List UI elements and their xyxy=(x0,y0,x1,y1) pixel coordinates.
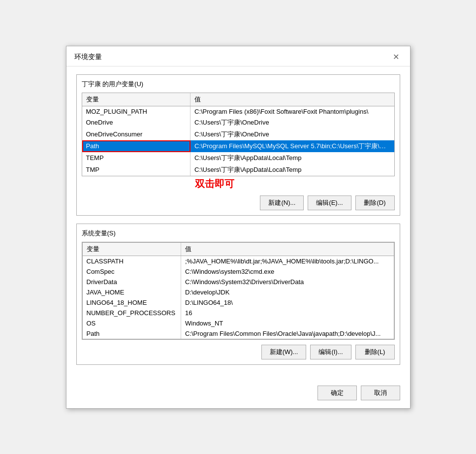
sys-section-title: 系统变量(S) xyxy=(82,229,395,238)
user-variables-section: 丁宇康 的用户变量(U) 变量 值 MOZ_PLUGIN_PATHC:\Prog… xyxy=(76,74,400,216)
close-button[interactable]: ✕ xyxy=(390,52,402,62)
user-row-val: C:\Program Files\MySQL\MySQL Server 5.7\… xyxy=(190,140,394,152)
title-bar: 环境变量 ✕ xyxy=(66,46,410,66)
sys-col-var: 变量 xyxy=(83,243,181,256)
sys-buttons-row: 新建(W)... 编辑(I)... 删除(L) xyxy=(82,345,395,359)
user-new-button[interactable]: 新建(N)... xyxy=(260,195,304,210)
sys-table-row[interactable]: CLASSPATH;%JAVA_HOME%\lib\dt.jar;%JAVA_H… xyxy=(83,256,394,266)
sys-col-val: 值 xyxy=(181,243,394,256)
sys-row-var: OS xyxy=(83,318,181,328)
sys-table-row[interactable]: PathC:\Program Files\Common Files\Oracle… xyxy=(83,328,394,339)
sys-variables-section: 系统变量(S) 变量 值 CLASSPATH;%JAVA_HOME%\lib\d… xyxy=(76,224,400,365)
sys-row-val: D:\LINGO64_18\ xyxy=(181,297,394,308)
sys-variables-table: 变量 值 CLASSPATH;%JAVA_HOME%\lib\dt.jar;%J… xyxy=(83,243,394,339)
user-table-wrapper: 变量 值 MOZ_PLUGIN_PATHC:\Program Files (x8… xyxy=(82,93,395,176)
user-table-row[interactable]: TMPC:\Users\丁宇康\AppData\Local\Temp xyxy=(82,164,394,176)
cancel-button[interactable]: 取消 xyxy=(361,386,400,400)
sys-row-var: DriverData xyxy=(83,277,181,287)
sys-row-val: Windows_NT xyxy=(181,318,394,328)
user-variables-table: 变量 值 MOZ_PLUGIN_PATHC:\Program Files (x8… xyxy=(82,93,394,176)
user-row-var: TMP xyxy=(82,164,190,176)
sys-row-var: NUMBER_OF_PROCESSORS xyxy=(83,308,181,318)
sys-table-header: 变量 值 xyxy=(83,243,394,256)
user-col-val: 值 xyxy=(190,93,394,106)
sys-edit-button[interactable]: 编辑(I)... xyxy=(310,345,351,359)
sys-table-row[interactable]: OSWindows_NT xyxy=(83,318,394,328)
sys-row-val: 16 xyxy=(181,308,394,318)
user-row-var: OneDrive xyxy=(82,117,190,129)
sys-table-row[interactable]: ComSpecC:\Windows\system32\cmd.exe xyxy=(83,266,394,277)
user-table-row[interactable]: OneDriveC:\Users\丁宇康\OneDrive xyxy=(82,117,394,129)
user-buttons-row: 新建(N)... 编辑(E)... 删除(D) xyxy=(82,195,395,210)
dialog-footer: 确定 取消 xyxy=(66,381,410,408)
sys-delete-button[interactable]: 删除(L) xyxy=(355,345,395,359)
path-annotation: 双击即可 xyxy=(195,177,395,191)
sys-table-row[interactable]: NUMBER_OF_PROCESSORS16 xyxy=(83,308,394,318)
user-table-row[interactable]: TEMPC:\Users\丁宇康\AppData\Local\Temp xyxy=(82,152,394,164)
sys-row-var: LINGO64_18_HOME xyxy=(83,297,181,308)
sys-table-row[interactable]: LINGO64_18_HOMED:\LINGO64_18\ xyxy=(83,297,394,308)
sys-table-wrapper: 变量 值 CLASSPATH;%JAVA_HOME%\lib\dt.jar;%J… xyxy=(82,242,395,340)
sys-row-var: CLASSPATH xyxy=(83,256,181,266)
dialog-body: 丁宇康 的用户变量(U) 变量 值 MOZ_PLUGIN_PATHC:\Prog… xyxy=(66,66,410,381)
user-table-row[interactable]: MOZ_PLUGIN_PATHC:\Program Files (x86)\Fo… xyxy=(82,106,394,117)
user-row-var: Path xyxy=(82,140,190,152)
sys-row-val: C:\Windows\system32\cmd.exe xyxy=(181,266,394,277)
user-row-val: C:\Users\丁宇康\OneDrive xyxy=(190,129,394,140)
user-row-var: TEMP xyxy=(82,152,190,164)
user-edit-button[interactable]: 编辑(E)... xyxy=(308,195,351,210)
user-table-row[interactable]: OneDriveConsumerC:\Users\丁宇康\OneDrive xyxy=(82,129,394,140)
user-row-val: C:\Users\丁宇康\AppData\Local\Temp xyxy=(190,152,394,164)
dialog-title: 环境变量 xyxy=(74,53,102,62)
user-col-var: 变量 xyxy=(82,93,190,106)
environment-variables-dialog: 环境变量 ✕ 丁宇康 的用户变量(U) 变量 值 MOZ_PLUGIN_PATH… xyxy=(66,46,411,409)
sys-row-val: ;%JAVA_HOME%\lib\dt.jar;%JAVA_HOME%\lib\… xyxy=(181,256,394,266)
user-row-var: MOZ_PLUGIN_PATH xyxy=(82,106,190,117)
user-row-val: C:\Program Files (x86)\Foxit Software\Fo… xyxy=(190,106,394,117)
sys-row-val: C:\Program Files\Common Files\Oracle\Jav… xyxy=(181,328,394,339)
user-delete-button[interactable]: 删除(D) xyxy=(355,195,395,210)
sys-row-val: C:\Windows\System32\Drivers\DriverData xyxy=(181,277,394,287)
sys-row-var: JAVA_HOME xyxy=(83,287,181,297)
sys-row-var: ComSpec xyxy=(83,266,181,277)
ok-button[interactable]: 确定 xyxy=(317,386,357,400)
user-section-title: 丁宇康 的用户变量(U) xyxy=(82,80,395,89)
user-row-var: OneDriveConsumer xyxy=(82,129,190,140)
sys-row-var: Path xyxy=(83,328,181,339)
sys-row-val: D:\develop\JDK xyxy=(181,287,394,297)
user-table-row[interactable]: PathC:\Program Files\MySQL\MySQL Server … xyxy=(82,140,394,152)
user-row-val: C:\Users\丁宇康\AppData\Local\Temp xyxy=(190,164,394,176)
sys-table-scroll[interactable]: 变量 值 CLASSPATH;%JAVA_HOME%\lib\dt.jar;%J… xyxy=(82,242,394,339)
sys-table-row[interactable]: JAVA_HOMED:\develop\JDK xyxy=(83,287,394,297)
sys-new-button[interactable]: 新建(W)... xyxy=(261,345,307,359)
sys-table-row[interactable]: DriverDataC:\Windows\System32\Drivers\Dr… xyxy=(83,277,394,287)
user-row-val: C:\Users\丁宇康\OneDrive xyxy=(190,117,394,129)
user-table-header: 变量 值 xyxy=(82,93,394,106)
